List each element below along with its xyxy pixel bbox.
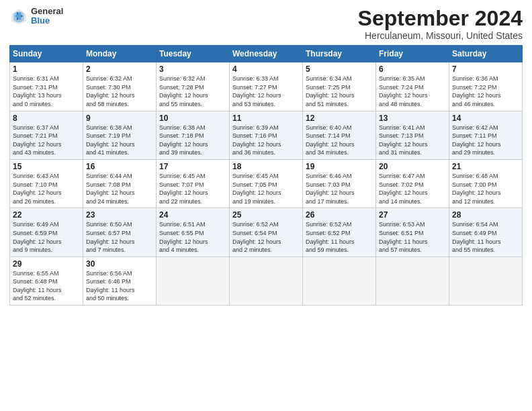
day-info: Sunrise: 6:45 AM Sunset: 7:07 PM Dayligh… — [159, 172, 226, 205]
title-block: September 2024 Herculaneum, Missouri, Un… — [358, 7, 523, 41]
logo: General Blue — [9, 7, 63, 26]
calendar-cell: 21Sunrise: 6:48 AM Sunset: 7:00 PM Dayli… — [449, 159, 523, 208]
calendar-cell: 4Sunrise: 6:33 AM Sunset: 7:27 PM Daylig… — [230, 62, 303, 111]
calendar-cell — [157, 257, 230, 305]
day-info: Sunrise: 6:40 AM Sunset: 7:14 PM Dayligh… — [306, 124, 373, 157]
col-header-tuesday: Tuesday — [157, 46, 230, 62]
day-info: Sunrise: 6:53 AM Sunset: 6:51 PM Dayligh… — [379, 220, 446, 254]
logo-blue: Blue — [31, 16, 63, 26]
day-number: 13 — [379, 113, 446, 123]
calendar-cell: 8Sunrise: 6:37 AM Sunset: 7:21 PM Daylig… — [10, 111, 83, 159]
calendar-cell: 29Sunrise: 6:55 AM Sunset: 6:48 PM Dayli… — [10, 257, 83, 305]
day-number: 23 — [86, 210, 153, 220]
calendar-cell: 6Sunrise: 6:35 AM Sunset: 7:24 PM Daylig… — [376, 62, 449, 111]
calendar-cell: 12Sunrise: 6:40 AM Sunset: 7:14 PM Dayli… — [303, 111, 376, 159]
day-info: Sunrise: 6:41 AM Sunset: 7:13 PM Dayligh… — [379, 124, 446, 157]
calendar-cell: 9Sunrise: 6:38 AM Sunset: 7:19 PM Daylig… — [83, 111, 157, 159]
calendar-cell: 13Sunrise: 6:41 AM Sunset: 7:13 PM Dayli… — [376, 111, 449, 159]
logo-icon — [9, 7, 28, 26]
day-number: 12 — [306, 113, 373, 123]
day-number: 20 — [379, 162, 446, 171]
day-info: Sunrise: 6:39 AM Sunset: 7:16 PM Dayligh… — [232, 124, 300, 157]
day-info: Sunrise: 6:34 AM Sunset: 7:25 PM Dayligh… — [306, 75, 373, 108]
day-number: 19 — [306, 162, 373, 171]
col-header-monday: Monday — [83, 46, 157, 62]
calendar-cell: 3Sunrise: 6:32 AM Sunset: 7:28 PM Daylig… — [157, 62, 230, 111]
day-number: 22 — [13, 210, 80, 220]
day-info: Sunrise: 6:55 AM Sunset: 6:48 PM Dayligh… — [13, 269, 80, 303]
calendar-cell: 23Sunrise: 6:50 AM Sunset: 6:57 PM Dayli… — [83, 208, 157, 257]
day-number: 27 — [379, 210, 446, 220]
logo-text: General Blue — [31, 7, 63, 26]
day-number: 16 — [86, 162, 153, 171]
day-info: Sunrise: 6:31 AM Sunset: 7:31 PM Dayligh… — [13, 75, 80, 108]
calendar-table: SundayMondayTuesdayWednesdayThursdayFrid… — [9, 45, 523, 306]
day-number: 5 — [306, 64, 373, 74]
day-number: 9 — [86, 113, 153, 123]
calendar-cell: 20Sunrise: 6:47 AM Sunset: 7:02 PM Dayli… — [376, 159, 449, 208]
day-info: Sunrise: 6:32 AM Sunset: 7:28 PM Dayligh… — [159, 75, 226, 108]
day-info: Sunrise: 6:44 AM Sunset: 7:08 PM Dayligh… — [86, 172, 153, 205]
day-number: 4 — [232, 64, 300, 74]
day-info: Sunrise: 6:42 AM Sunset: 7:11 PM Dayligh… — [452, 124, 519, 157]
calendar-week-4: 22Sunrise: 6:49 AM Sunset: 6:59 PM Dayli… — [10, 208, 523, 257]
month-title: September 2024 — [358, 7, 523, 30]
calendar-cell: 16Sunrise: 6:44 AM Sunset: 7:08 PM Dayli… — [83, 159, 157, 208]
calendar-cell: 24Sunrise: 6:51 AM Sunset: 6:55 PM Dayli… — [157, 208, 230, 257]
day-info: Sunrise: 6:52 AM Sunset: 6:54 PM Dayligh… — [232, 220, 300, 254]
day-number: 30 — [86, 259, 153, 269]
day-info: Sunrise: 6:35 AM Sunset: 7:24 PM Dayligh… — [379, 75, 446, 108]
main-container: General Blue September 2024 Herculaneum,… — [0, 0, 532, 311]
calendar-cell: 14Sunrise: 6:42 AM Sunset: 7:11 PM Dayli… — [449, 111, 523, 159]
day-info: Sunrise: 6:36 AM Sunset: 7:22 PM Dayligh… — [452, 75, 519, 108]
calendar-cell: 10Sunrise: 6:38 AM Sunset: 7:18 PM Dayli… — [157, 111, 230, 159]
calendar-cell: 27Sunrise: 6:53 AM Sunset: 6:51 PM Dayli… — [376, 208, 449, 257]
day-number: 18 — [232, 162, 300, 171]
col-header-saturday: Saturday — [449, 46, 523, 62]
day-number: 1 — [13, 64, 80, 74]
col-header-wednesday: Wednesday — [230, 46, 303, 62]
calendar-cell — [230, 257, 303, 305]
day-number: 7 — [452, 64, 519, 74]
calendar-cell — [376, 257, 449, 305]
day-number: 24 — [159, 210, 226, 220]
day-number: 25 — [232, 210, 300, 220]
calendar-cell: 15Sunrise: 6:43 AM Sunset: 7:10 PM Dayli… — [10, 159, 83, 208]
calendar-week-1: 1Sunrise: 6:31 AM Sunset: 7:31 PM Daylig… — [10, 62, 523, 111]
day-number: 14 — [452, 113, 519, 123]
day-number: 10 — [159, 113, 226, 123]
day-number: 11 — [232, 113, 300, 123]
day-number: 3 — [159, 64, 226, 74]
day-info: Sunrise: 6:50 AM Sunset: 6:57 PM Dayligh… — [86, 220, 153, 254]
header-row: General Blue September 2024 Herculaneum,… — [9, 7, 523, 41]
day-number: 6 — [379, 64, 446, 74]
col-header-sunday: Sunday — [10, 46, 83, 62]
calendar-cell: 11Sunrise: 6:39 AM Sunset: 7:16 PM Dayli… — [230, 111, 303, 159]
calendar-cell: 18Sunrise: 6:45 AM Sunset: 7:05 PM Dayli… — [230, 159, 303, 208]
day-info: Sunrise: 6:37 AM Sunset: 7:21 PM Dayligh… — [13, 124, 80, 157]
calendar-week-3: 15Sunrise: 6:43 AM Sunset: 7:10 PM Dayli… — [10, 159, 523, 208]
logo-general: General — [31, 7, 63, 16]
calendar-cell: 28Sunrise: 6:54 AM Sunset: 6:49 PM Dayli… — [449, 208, 523, 257]
calendar-cell: 2Sunrise: 6:32 AM Sunset: 7:30 PM Daylig… — [83, 62, 157, 111]
calendar-cell: 26Sunrise: 6:52 AM Sunset: 6:52 PM Dayli… — [303, 208, 376, 257]
calendar-week-2: 8Sunrise: 6:37 AM Sunset: 7:21 PM Daylig… — [10, 111, 523, 159]
day-number: 15 — [13, 162, 80, 171]
day-number: 21 — [452, 162, 519, 171]
calendar-cell: 25Sunrise: 6:52 AM Sunset: 6:54 PM Dayli… — [230, 208, 303, 257]
day-info: Sunrise: 6:33 AM Sunset: 7:27 PM Dayligh… — [232, 75, 300, 108]
col-header-friday: Friday — [376, 46, 449, 62]
calendar-cell: 17Sunrise: 6:45 AM Sunset: 7:07 PM Dayli… — [157, 159, 230, 208]
calendar-cell: 5Sunrise: 6:34 AM Sunset: 7:25 PM Daylig… — [303, 62, 376, 111]
day-info: Sunrise: 6:43 AM Sunset: 7:10 PM Dayligh… — [13, 172, 80, 205]
day-info: Sunrise: 6:56 AM Sunset: 6:46 PM Dayligh… — [86, 269, 153, 303]
day-info: Sunrise: 6:51 AM Sunset: 6:55 PM Dayligh… — [159, 220, 226, 254]
calendar-cell: 19Sunrise: 6:46 AM Sunset: 7:03 PM Dayli… — [303, 159, 376, 208]
col-header-thursday: Thursday — [303, 46, 376, 62]
day-number: 29 — [13, 259, 80, 269]
day-info: Sunrise: 6:32 AM Sunset: 7:30 PM Dayligh… — [86, 75, 153, 108]
day-info: Sunrise: 6:45 AM Sunset: 7:05 PM Dayligh… — [232, 172, 300, 205]
calendar-week-5: 29Sunrise: 6:55 AM Sunset: 6:48 PM Dayli… — [10, 257, 523, 305]
day-number: 17 — [159, 162, 226, 171]
day-info: Sunrise: 6:47 AM Sunset: 7:02 PM Dayligh… — [379, 172, 446, 205]
